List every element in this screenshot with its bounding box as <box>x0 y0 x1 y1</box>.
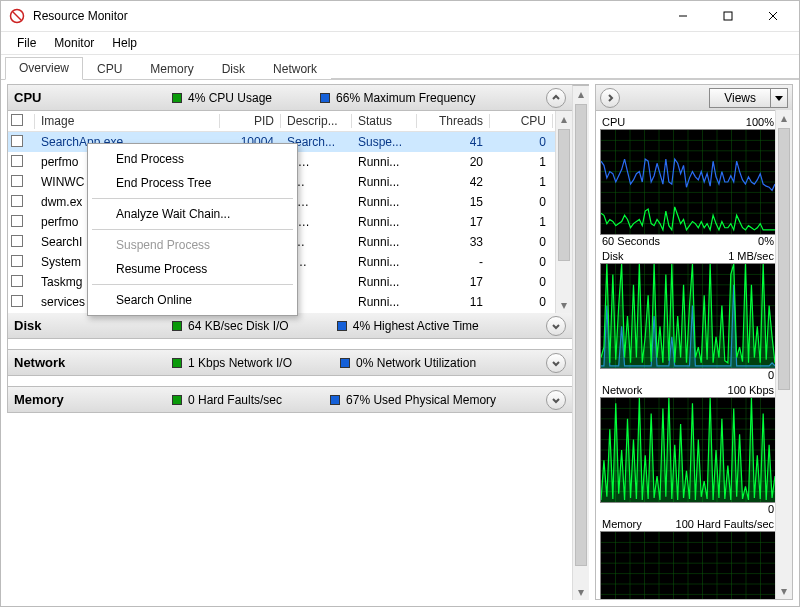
charts-collapse-button[interactable] <box>600 88 620 108</box>
right-column: Views CPU100%60 Seconds0%Disk1 MB/sec0Ne… <box>595 84 793 600</box>
context-menu-separator <box>92 198 293 199</box>
left-column: CPU 4% CPU Usage 66% Maximum Frequency <box>7 84 589 600</box>
charts-area: CPU100%60 Seconds0%Disk1 MB/sec0Network1… <box>596 111 792 599</box>
network-panel-expand-button[interactable] <box>546 353 566 373</box>
cell-status: Runni... <box>352 155 417 169</box>
cell-cpu: 0 <box>490 195 553 209</box>
titlebar: Resource Monitor <box>1 1 799 32</box>
memory-used-text: 67% Used Physical Memory <box>346 393 496 407</box>
cpu-maxfreq-text: 66% Maximum Frequency <box>336 91 475 105</box>
row-checkbox[interactable] <box>11 175 23 187</box>
scroll-up-icon[interactable]: ▴ <box>573 86 589 102</box>
network-util-metric: 0% Network Utilization <box>340 356 476 370</box>
scroll-down-icon[interactable]: ▾ <box>556 297 572 313</box>
menu-monitor[interactable]: Monitor <box>46 34 102 52</box>
row-checkbox[interactable] <box>11 155 23 167</box>
square-blue-icon <box>330 395 340 405</box>
cell-cpu: 0 <box>490 235 553 249</box>
cell-cpu: 0 <box>490 255 553 269</box>
network-panel-header[interactable]: Network 1 Kbps Network I/O 0% Network Ut… <box>7 349 573 376</box>
scroll-up-icon[interactable]: ▴ <box>556 111 572 127</box>
chart-max-label: 100 Hard Faults/sec <box>676 518 774 530</box>
chart-axis-left: 60 Seconds <box>602 235 660 247</box>
col-desc[interactable]: Descrip... <box>281 114 352 128</box>
row-checkbox[interactable] <box>11 135 23 147</box>
chart-name: Network <box>602 384 642 396</box>
disk-io-text: 64 KB/sec Disk I/O <box>188 319 289 333</box>
square-blue-icon <box>340 358 350 368</box>
context-menu-separator <box>92 284 293 285</box>
disk-panel-header[interactable]: Disk 64 KB/sec Disk I/O 4% Highest Activ… <box>7 313 573 339</box>
body-area: CPU 4% CPU Usage 66% Maximum Frequency <box>1 79 799 606</box>
chart-max-label: 1 MB/sec <box>728 250 774 262</box>
resource-monitor-window: Resource Monitor File Monitor Help Overv… <box>0 0 800 607</box>
scroll-down-icon[interactable]: ▾ <box>573 584 589 600</box>
chart-block-cpu: CPU100%60 Seconds0% <box>600 115 776 247</box>
chart-canvas <box>600 263 776 369</box>
row-checkbox[interactable] <box>11 215 23 227</box>
cpu-panel-header[interactable]: CPU 4% CPU Usage 66% Maximum Frequency <box>7 85 573 111</box>
row-checkbox[interactable] <box>11 255 23 267</box>
cell-threads: 20 <box>417 155 490 169</box>
cell-status: Runni... <box>352 215 417 229</box>
col-threads[interactable]: Threads <box>417 114 490 128</box>
square-blue-icon <box>337 321 347 331</box>
context-menu-item[interactable]: Analyze Wait Chain... <box>90 202 295 226</box>
row-checkbox[interactable] <box>11 195 23 207</box>
row-checkbox[interactable] <box>11 235 23 247</box>
maximize-button[interactable] <box>705 2 750 30</box>
tab-network[interactable]: Network <box>259 58 331 80</box>
row-checkbox[interactable] <box>11 275 23 287</box>
views-dropdown-icon[interactable] <box>770 88 788 108</box>
tabstrip: Overview CPU Memory Disk Network <box>1 55 799 79</box>
cell-threads: 17 <box>417 215 490 229</box>
chart-max-label: 100 Kbps <box>728 384 774 396</box>
disk-panel-title: Disk <box>14 318 164 333</box>
cpu-table-scrollbar[interactable]: ▴ ▾ <box>555 111 572 313</box>
cell-status: Runni... <box>352 275 417 289</box>
network-panel-title: Network <box>14 355 164 370</box>
views-button[interactable]: Views <box>709 88 788 108</box>
cell-status: Runni... <box>352 175 417 189</box>
minimize-button[interactable] <box>660 2 705 30</box>
tab-disk[interactable]: Disk <box>208 58 259 80</box>
tab-cpu[interactable]: CPU <box>83 58 136 80</box>
cell-cpu: 0 <box>490 275 553 289</box>
context-menu-item[interactable]: Resume Process <box>90 257 295 281</box>
context-menu-item[interactable]: Search Online <box>90 288 295 312</box>
scroll-down-icon[interactable]: ▾ <box>776 583 792 599</box>
menu-file[interactable]: File <box>9 34 44 52</box>
col-pid[interactable]: PID <box>220 114 281 128</box>
cell-status: Runni... <box>352 235 417 249</box>
cell-threads: 33 <box>417 235 490 249</box>
col-image[interactable]: Image <box>35 114 220 128</box>
disk-active-metric: 4% Highest Active Time <box>337 319 479 333</box>
chart-name: Disk <box>602 250 623 262</box>
scroll-up-icon[interactable]: ▴ <box>776 110 792 126</box>
cell-cpu: 1 <box>490 155 553 169</box>
tab-overview[interactable]: Overview <box>5 57 83 80</box>
memory-faults-text: 0 Hard Faults/sec <box>188 393 282 407</box>
chart-max-label: 100% <box>746 116 774 128</box>
charts-scrollbar[interactable]: ▴ ▾ <box>775 110 792 599</box>
disk-io-metric: 64 KB/sec Disk I/O <box>172 319 289 333</box>
memory-panel-header[interactable]: Memory 0 Hard Faults/sec 67% Used Physic… <box>7 386 573 413</box>
cell-cpu: 0 <box>490 295 553 309</box>
charts-toolbar: Views <box>596 85 792 111</box>
window-title: Resource Monitor <box>33 9 660 23</box>
memory-panel-expand-button[interactable] <box>546 390 566 410</box>
menubar: File Monitor Help <box>1 32 799 55</box>
col-cpu[interactable]: CPU <box>490 114 553 128</box>
disk-panel-expand-button[interactable] <box>546 316 566 336</box>
overview-scrollbar[interactable]: ▴ ▾ <box>572 85 589 600</box>
tab-memory[interactable]: Memory <box>136 58 207 80</box>
context-menu-item[interactable]: End Process <box>90 147 295 171</box>
context-menu-item[interactable]: End Process Tree <box>90 171 295 195</box>
row-checkbox[interactable] <box>11 295 23 307</box>
cpu-panel-collapse-button[interactable] <box>546 88 566 108</box>
menu-help[interactable]: Help <box>104 34 145 52</box>
col-status[interactable]: Status <box>352 114 417 128</box>
chart-axis-right: 0% <box>758 235 774 247</box>
close-button[interactable] <box>750 2 795 30</box>
header-checkbox[interactable] <box>11 114 23 126</box>
